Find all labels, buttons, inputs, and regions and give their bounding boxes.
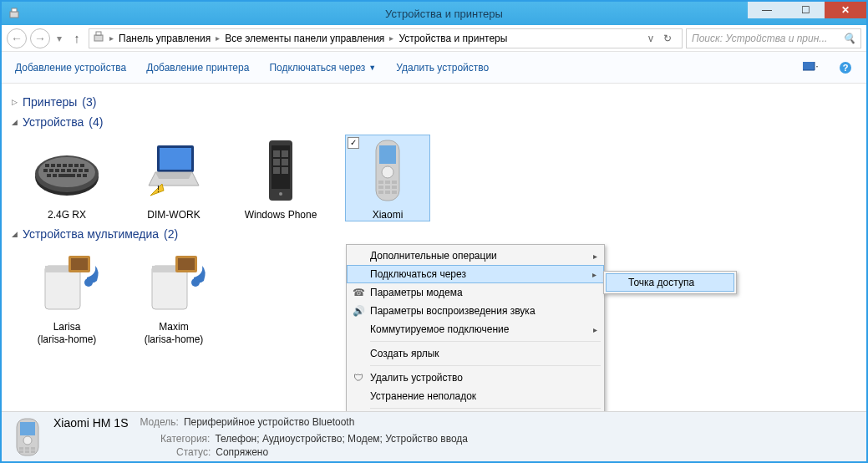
- ctx-item-dialup-connection[interactable]: Коммутируемое подключение: [347, 320, 604, 338]
- breadcrumb-item[interactable]: Устройства и принтеры: [397, 33, 509, 44]
- ctx-item-modem-settings[interactable]: ☎Параметры модема: [347, 283, 604, 302]
- ctx-subitem-access-point[interactable]: Точка доступа: [606, 273, 734, 292]
- svg-rect-18: [49, 169, 53, 172]
- svg-rect-13: [63, 164, 67, 167]
- svg-rect-31: [160, 148, 191, 170]
- collapse-icon: ◢: [12, 230, 18, 238]
- svg-point-44: [382, 166, 393, 178]
- devices-row: 2.4G RX ! DIM-WORK: [25, 135, 856, 221]
- titlebar-text: Устройства и принтеры: [22, 8, 866, 20]
- group-label: Устройства: [23, 115, 84, 129]
- breadcrumb-sep: ▸: [108, 33, 115, 43]
- device-item-xiaomi[interactable]: ✓ Xiaomi: [346, 135, 429, 221]
- device-item-laptop[interactable]: ! DIM-WORK: [132, 135, 216, 221]
- breadcrumb-bar[interactable]: ▸ Панель управления ▸ Все элементы панел…: [89, 28, 683, 48]
- svg-rect-0: [10, 12, 18, 18]
- svg-rect-3: [96, 32, 101, 35]
- media-server-icon: [32, 247, 102, 318]
- status-model-label: Модель:: [140, 416, 178, 431]
- status-state-label: Статус:: [176, 446, 211, 458]
- group-header-devices[interactable]: ◢ Устройства (4): [12, 115, 856, 129]
- ctx-item-additional-ops[interactable]: Дополнительные операции: [347, 247, 604, 265]
- ctx-separator: [370, 365, 601, 366]
- media-device-host: (larisa-home): [25, 333, 109, 345]
- status-state-value: Сопряжено: [216, 446, 268, 458]
- forward-button[interactable]: →: [30, 28, 50, 48]
- window-frame: Устройства и принтеры — ☐ ✕ ← → ▾ ↑ ▸ Па…: [0, 0, 868, 463]
- group-header-multimedia[interactable]: ◢ Устройства мультимедиа (2): [12, 227, 856, 241]
- svg-rect-15: [74, 164, 79, 167]
- close-button[interactable]: ✕: [825, 2, 866, 18]
- device-label: Xiaomi: [346, 209, 429, 221]
- svg-rect-22: [73, 169, 77, 172]
- svg-rect-38: [282, 159, 288, 165]
- svg-text:?: ?: [843, 63, 849, 73]
- svg-rect-47: [392, 181, 397, 184]
- refresh-icon[interactable]: ↻: [663, 33, 672, 44]
- device-item-winphone[interactable]: Windows Phone: [239, 135, 322, 221]
- svg-rect-52: [385, 191, 390, 194]
- breadcrumb-item[interactable]: Панель управления: [117, 33, 212, 44]
- svg-rect-51: [378, 191, 383, 194]
- svg-rect-65: [20, 422, 35, 435]
- history-dropdown[interactable]: ▾: [53, 33, 65, 44]
- maximize-button[interactable]: ☐: [786, 2, 825, 18]
- media-device-item[interactable]: Maxim (larisa-home): [132, 247, 216, 344]
- svg-rect-12: [57, 164, 61, 167]
- svg-rect-43: [379, 145, 396, 164]
- search-input[interactable]: Поиск: Устройства и прин... 🔍: [686, 28, 861, 48]
- remove-device-button[interactable]: Удалить устройство: [396, 62, 489, 74]
- device-label: Windows Phone: [239, 209, 322, 221]
- collapse-icon: ◢: [12, 118, 18, 126]
- svg-rect-57: [71, 258, 88, 270]
- minimize-button[interactable]: —: [748, 2, 786, 18]
- add-printer-button[interactable]: Добавление принтера: [146, 62, 249, 74]
- media-device-item[interactable]: Larisa (larisa-home): [25, 247, 109, 344]
- toolbar: Добавление устройства Добавление принтер…: [2, 52, 866, 84]
- svg-rect-19: [55, 169, 59, 172]
- group-count: (2): [164, 227, 178, 241]
- ctx-item-connect-via[interactable]: Подключаться через: [347, 265, 604, 283]
- svg-rect-25: [47, 174, 51, 177]
- svg-rect-36: [282, 150, 288, 157]
- up-button[interactable]: ↑: [69, 31, 85, 45]
- svg-rect-10: [45, 164, 49, 167]
- add-device-button[interactable]: Добавление устройства: [15, 62, 126, 74]
- content-area: ▷ Принтеры (3) ◢ Устройства (4): [2, 84, 866, 411]
- connect-via-button[interactable]: Подключаться через ▼: [269, 62, 376, 74]
- svg-rect-35: [273, 150, 280, 157]
- help-button[interactable]: ?: [838, 60, 853, 75]
- address-dropdown-icon[interactable]: v: [648, 33, 653, 44]
- svg-rect-50: [392, 186, 397, 189]
- svg-rect-4: [803, 62, 815, 70]
- group-header-printers[interactable]: ▷ Принтеры (3): [12, 95, 856, 109]
- svg-rect-24: [84, 169, 89, 172]
- search-placeholder: Поиск: Устройства и прин...: [692, 33, 843, 44]
- ctx-separator: [370, 341, 601, 342]
- keyboard-icon: [32, 135, 102, 206]
- status-category-label: Категория:: [160, 433, 210, 445]
- back-button[interactable]: ←: [7, 28, 27, 48]
- device-item-keyboard[interactable]: 2.4G RX: [25, 135, 109, 221]
- svg-rect-69: [31, 447, 35, 450]
- context-submenu: Точка доступа: [603, 271, 737, 294]
- status-category-value: Телефон; Аудиоустройство; Модем; Устройс…: [215, 433, 468, 445]
- ctx-item-create-shortcut[interactable]: Создать ярлык: [347, 344, 604, 363]
- svg-rect-45: [378, 181, 383, 184]
- status-device-name: Xiaomi HM 1S: [53, 416, 128, 430]
- svg-rect-53: [392, 191, 397, 194]
- ctx-item-remove-device[interactable]: 🛡Удалить устройство: [347, 369, 604, 387]
- breadcrumb-root-icon: [93, 30, 106, 46]
- connect-via-label: Подключаться через: [269, 62, 365, 74]
- modem-icon: ☎: [352, 286, 365, 299]
- navbar: ← → ▾ ↑ ▸ Панель управления ▸ Все элемен…: [2, 25, 866, 52]
- breadcrumb-sep: ▸: [214, 33, 221, 43]
- ctx-item-sound-settings[interactable]: 🔊Параметры воспроизведения звука: [347, 302, 604, 320]
- breadcrumb-item[interactable]: Все элементы панели управления: [223, 33, 386, 44]
- ctx-item-troubleshoot[interactable]: Устранение неполадок: [347, 387, 604, 405]
- group-count: (4): [89, 115, 103, 129]
- svg-rect-17: [43, 169, 48, 172]
- view-options-button[interactable]: [803, 60, 818, 75]
- breadcrumb-sep: ▸: [388, 33, 395, 43]
- phone-icon: [246, 135, 316, 206]
